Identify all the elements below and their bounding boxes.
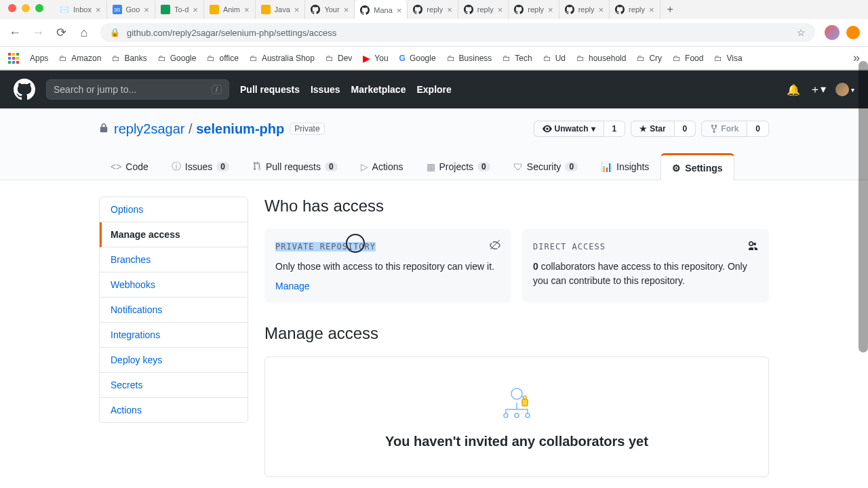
sidebar-item-manage-access[interactable]: Manage access <box>100 222 248 247</box>
star-button[interactable]: ★ Star <box>631 121 673 137</box>
window-minimize[interactable] <box>22 4 30 12</box>
address-bar[interactable]: 🔒 github.com/reply2sagar/selenium-php/se… <box>100 23 815 42</box>
sidebar-item-options[interactable]: Options <box>100 197 248 222</box>
manage-link[interactable]: Manage <box>275 281 310 291</box>
tab-code[interactable]: <>Code <box>99 153 160 180</box>
browser-tab[interactable]: reply× <box>559 0 610 19</box>
tab-close-icon[interactable]: × <box>344 5 349 15</box>
tab-close-icon[interactable]: × <box>548 5 553 15</box>
notifications-icon[interactable]: 🔔 <box>787 83 800 96</box>
tab-close-icon[interactable]: × <box>397 5 402 16</box>
search-input[interactable]: Search or jump to... / <box>46 79 229 100</box>
tab-close-icon[interactable]: × <box>599 5 604 15</box>
bookmark-item[interactable]: GGoogle <box>399 54 436 63</box>
repo-owner-link[interactable]: reply2sagar <box>114 121 185 136</box>
tab-security[interactable]: 🛡Security 0 <box>502 153 589 180</box>
sidebar-item-branches[interactable]: Branches <box>100 247 248 272</box>
nav-pulls[interactable]: Pull requests <box>240 84 300 95</box>
browser-tab[interactable]: Anim× <box>204 0 256 19</box>
bookmark-item[interactable]: 🗀Ud <box>543 54 566 63</box>
extension-icon[interactable] <box>846 26 860 39</box>
tab-close-icon[interactable]: × <box>649 5 654 15</box>
bookmark-item[interactable]: 🗀Tech <box>502 54 532 63</box>
bookmark-item[interactable]: 🗀Cry <box>637 54 662 63</box>
tab-title: To-d <box>174 5 189 14</box>
bookmark-label: Google <box>170 54 197 63</box>
repo-name-link[interactable]: selenium-php <box>196 121 284 136</box>
window-close[interactable] <box>8 4 16 12</box>
tab-title: reply <box>629 5 645 14</box>
tab-actions[interactable]: ▷Actions <box>349 153 415 180</box>
browser-tab[interactable]: ✉️Inbox× <box>54 0 107 19</box>
sidebar-item-notifications[interactable]: Notifications <box>100 298 248 323</box>
star-count[interactable]: 0 <box>674 121 696 137</box>
sidebar-item-deploy-keys[interactable]: Deploy keys <box>100 348 248 373</box>
sidebar-item-secrets[interactable]: Secrets <box>100 373 248 398</box>
tab-close-icon[interactable]: × <box>244 5 250 15</box>
browser-tab[interactable]: Your× <box>305 0 355 19</box>
tab-close-icon[interactable]: × <box>294 5 300 15</box>
bookmark-item[interactable]: 🗀Visa <box>714 54 742 63</box>
tab-close-icon[interactable]: × <box>193 5 198 15</box>
bookmark-item[interactable]: ▶You <box>363 53 388 64</box>
bookmark-item[interactable]: 🗀Dev <box>326 54 352 63</box>
user-menu[interactable]: ▾ <box>835 83 854 96</box>
bookmark-item[interactable]: 🗀office <box>207 54 238 63</box>
nav-explore[interactable]: Explore <box>416 84 451 95</box>
browser-tab[interactable]: reply× <box>408 0 458 19</box>
fork-button[interactable]: Fork <box>701 121 747 137</box>
tab-projects[interactable]: ▦Projects 0 <box>415 153 502 180</box>
browser-tab-active[interactable]: Mana× <box>355 0 408 19</box>
sidebar-item-actions[interactable]: Actions <box>100 398 248 422</box>
browser-tab[interactable]: reply× <box>458 0 509 19</box>
forward-button[interactable]: → <box>31 26 45 40</box>
bookmark-item[interactable]: 🗀Banks <box>112 54 146 63</box>
watch-count[interactable]: 1 <box>604 121 626 137</box>
svg-point-0 <box>511 388 522 399</box>
create-new-dropdown[interactable]: ＋▾ <box>810 83 826 97</box>
bookmark-star-icon[interactable]: ☆ <box>797 27 806 38</box>
browser-toolbar: ← → ⟳ ⌂ 🔒 github.com/reply2sagar/seleniu… <box>0 19 868 47</box>
google-icon: G <box>399 54 406 63</box>
apps-label[interactable]: Apps <box>30 54 48 63</box>
tab-close-icon[interactable]: × <box>144 5 149 15</box>
tab-insights[interactable]: 📊Insights <box>589 153 660 180</box>
fork-button-group: Fork 0 <box>701 121 769 137</box>
apps-icon[interactable] <box>8 53 19 64</box>
nav-issues[interactable]: Issues <box>311 84 340 95</box>
window-maximize[interactable] <box>35 4 43 12</box>
github-logo[interactable] <box>14 79 35 100</box>
unwatch-button[interactable]: Unwatch ▾ <box>534 121 604 137</box>
tab-close-icon[interactable]: × <box>96 5 101 15</box>
scrollbar[interactable] <box>859 61 868 352</box>
tab-settings[interactable]: ⚙Settings <box>660 153 734 180</box>
back-button[interactable]: ← <box>8 26 22 40</box>
tab-pulls[interactable]: Pull requests 0 <box>241 153 349 180</box>
bookmark-item[interactable]: 🗀household <box>576 54 626 63</box>
bookmark-item[interactable]: 🗀Amazon <box>59 54 101 63</box>
empty-state-icon <box>502 384 532 420</box>
tab-issues[interactable]: ⓘIssues 0 <box>160 153 241 180</box>
browser-tabs: ✉️Inbox× 30Goo× To-d× Anim× Java× Your× … <box>0 0 868 19</box>
browser-tab[interactable]: 30Goo× <box>107 0 155 19</box>
bookmark-label: Google <box>410 54 436 63</box>
new-tab-button[interactable]: + <box>660 3 680 16</box>
bookmark-item[interactable]: 🗀Food <box>673 54 703 63</box>
sidebar-item-webhooks[interactable]: Webhooks <box>100 272 248 298</box>
sidebar-item-integrations[interactable]: Integrations <box>100 323 248 348</box>
browser-tab[interactable]: reply× <box>509 0 559 19</box>
tab-close-icon[interactable]: × <box>447 5 452 15</box>
bookmark-item[interactable]: 🗀Google <box>158 54 197 63</box>
nav-marketplace[interactable]: Marketplace <box>351 84 406 95</box>
profile-avatar[interactable] <box>825 25 840 40</box>
fork-count[interactable]: 0 <box>747 121 769 137</box>
browser-tab[interactable]: To-d× <box>155 0 204 19</box>
github-icon <box>615 5 625 14</box>
browser-tab[interactable]: reply× <box>610 0 660 19</box>
reload-button[interactable]: ⟳ <box>54 25 68 40</box>
home-button[interactable]: ⌂ <box>77 26 91 40</box>
tab-close-icon[interactable]: × <box>498 5 503 15</box>
bookmark-item[interactable]: 🗀Australia Shop <box>250 54 315 63</box>
bookmark-item[interactable]: 🗀Business <box>447 54 492 63</box>
browser-tab[interactable]: Java× <box>256 0 306 19</box>
